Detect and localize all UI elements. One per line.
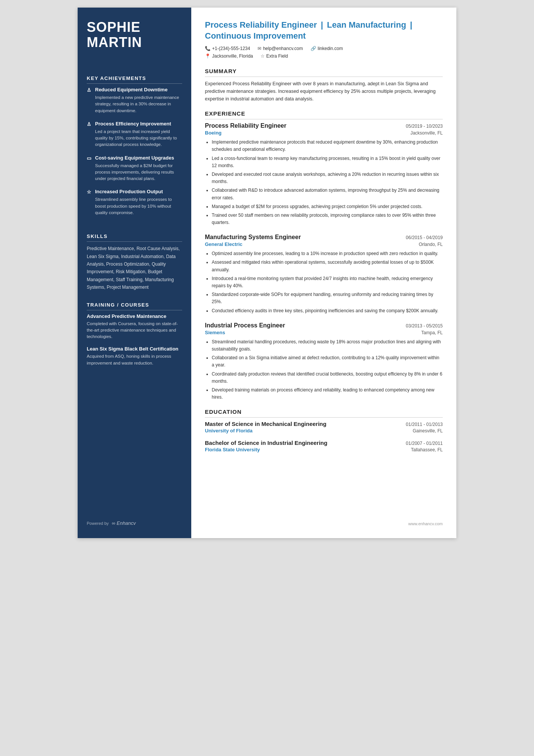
achievement-item: ♙ Process Efficiency Improvement Led a p… (87, 121, 182, 148)
exp-job-title: Process Reliability Engineer (205, 122, 286, 129)
contact-row-2: 📍 Jacksonville, Florida ☆ Extra Field (205, 53, 443, 59)
exp-dates: 05/2019 - 10/2023 (406, 124, 443, 129)
bullet-item: Trained over 50 staff members on new rel… (212, 212, 443, 226)
bullet-item: Optimized assembly line processes, leadi… (212, 250, 443, 257)
candidate-name: SOPHIE MARTIN (87, 20, 182, 50)
main-footer: www.enhancv.com (205, 514, 443, 526)
achievement-desc: Implemented a new predictive maintenance… (87, 94, 182, 114)
achievement-title: ♙ Reduced Equipment Downtime (87, 87, 182, 93)
title-part2: Lean Manufacturing (327, 20, 406, 30)
contact-row-1: 📞 +1-(234)-555-1234 ✉ help@enhancv.com 🔗… (205, 46, 443, 51)
achievement-title: ♙ Process Efficiency Improvement (87, 121, 182, 127)
location-contact: 📍 Jacksonville, Florida (205, 53, 253, 59)
experience-item: Industrial Process Engineer 03/2013 - 05… (205, 322, 443, 401)
training-item: Advanced Predictive Maintenance Complete… (87, 313, 182, 340)
sidebar: SOPHIE MARTIN KEY ACHIEVEMENTS ♙ Reduced… (78, 8, 191, 538)
bullet-item: Collaborated on a Six Sigma initiative a… (212, 354, 443, 369)
training-title: Lean Six Sigma Black Belt Certification (87, 346, 182, 352)
email-contact: ✉ help@enhancv.com (258, 46, 303, 51)
achievement-icon: ☆ (87, 189, 93, 195)
education-section-title: EDUCATION (205, 409, 443, 418)
experience-item: Manufacturing Systems Engineer 06/2015 -… (205, 234, 443, 315)
footer-url: www.enhancv.com (408, 521, 443, 526)
bullet-item: Assessed and mitigated risks within oper… (212, 259, 443, 273)
bullet-item: Developed training materials on process … (212, 387, 443, 401)
exp-location: Tampa, FL (421, 330, 443, 335)
exp-location: Orlando, FL (419, 242, 443, 247)
exp-dates: 06/2015 - 04/2019 (406, 235, 443, 240)
linkedin-value: linkedin.com (318, 46, 343, 51)
name-line2: MARTIN (87, 34, 142, 50)
experience-list: Process Reliability Engineer 05/2019 - 1… (205, 122, 443, 409)
edu-degree: Master of Science in Mechanical Engineer… (205, 421, 326, 427)
exp-job-title: Manufacturing Systems Engineer (205, 234, 301, 241)
edu-dates: 01/2011 - 01/2013 (406, 422, 443, 427)
achievement-item: ♙ Reduced Equipment Downtime Implemented… (87, 87, 182, 114)
edu-school: University of Florida (205, 428, 253, 434)
edu-dates: 01/2007 - 01/2011 (406, 441, 443, 446)
experience-section-title: EXPERIENCE (205, 110, 443, 119)
training-title: Advanced Predictive Maintenance (87, 313, 182, 319)
exp-company: Siemens (205, 330, 225, 335)
location-icon: 📍 (205, 53, 211, 59)
bullet-item: Managed a budget of $2M for process upgr… (212, 203, 443, 210)
achievement-title: ▭ Cost-saving Equipment Upgrades (87, 155, 182, 161)
extra-contact: ☆ Extra Field (261, 53, 288, 59)
exp-dates: 03/2013 - 05/2015 (406, 323, 443, 329)
edu-location: Tallahassee, FL (411, 447, 443, 452)
linkedin-icon: 🔗 (311, 46, 316, 51)
achievement-desc: Led a project team that increased yield … (87, 128, 182, 148)
training-desc: Completed with Coursera, focusing on sta… (87, 321, 182, 340)
powered-by-label: Powered by (87, 521, 109, 526)
experience-item: Process Reliability Engineer 05/2019 - 1… (205, 122, 443, 226)
resume-container: SOPHIE MARTIN KEY ACHIEVEMENTS ♙ Reduced… (78, 8, 456, 538)
star-icon: ☆ (261, 53, 265, 59)
name-line1: SOPHIE (87, 19, 141, 35)
phone-value: +1-(234)-555-1234 (212, 46, 250, 51)
exp-bullets: Implemented predictive maintenance proto… (205, 139, 443, 226)
education-list: Master of Science in Mechanical Engineer… (205, 421, 443, 459)
skills-section-title: SKILLS (87, 233, 182, 242)
main-content: Process Reliability Engineer | Lean Manu… (191, 8, 456, 538)
job-title: Process Reliability Engineer | Lean Manu… (205, 20, 443, 41)
achievement-item: ☆ Increased Production Output Streamline… (87, 189, 182, 216)
extra-value: Extra Field (266, 53, 288, 59)
education-item: Master of Science in Mechanical Engineer… (205, 421, 443, 434)
title-part1: Process Reliability Engineer (205, 20, 317, 30)
bullet-item: Streamlined material handling procedures… (212, 338, 443, 353)
email-icon: ✉ (258, 46, 261, 51)
exp-company: Boeing (205, 130, 222, 136)
achievement-title-text: Process Efficiency Improvement (95, 121, 171, 127)
edu-school: Florida State University (205, 447, 260, 452)
achievement-icon: ▭ (87, 155, 93, 161)
training-item: Lean Six Sigma Black Belt Certification … (87, 346, 182, 366)
phone-contact: 📞 +1-(234)-555-1234 (205, 46, 250, 51)
bullet-item: Developed and executed root cause analys… (212, 171, 443, 185)
achievement-title-text: Reduced Equipment Downtime (95, 87, 167, 92)
achievement-desc: Successfully managed a $2M budget for pr… (87, 163, 182, 182)
sidebar-footer: Powered by ∞ Enhancv (87, 509, 182, 526)
summary-section-title: SUMMARY (205, 68, 443, 77)
achievement-icon: ♙ (87, 87, 93, 93)
location-value: Jacksonville, Florida (212, 53, 253, 59)
summary-text: Experienced Process Reliability Engineer… (205, 80, 443, 103)
email-value: help@enhancv.com (263, 46, 303, 51)
achievement-desc: Streamlined assembly line processes to b… (87, 196, 182, 216)
edu-degree: Bachelor of Science in Industrial Engine… (205, 440, 327, 446)
bullet-item: Implemented predictive maintenance proto… (212, 139, 443, 153)
bullet-item: Collaborated with R&D to introduce advan… (212, 187, 443, 201)
exp-job-title: Industrial Process Engineer (205, 322, 285, 329)
achievement-icon: ♙ (87, 121, 93, 127)
skills-text: Predictive Maintenance, Root Cause Analy… (87, 245, 182, 291)
edu-location: Gainesville, FL (413, 428, 443, 434)
achievement-title-text: Increased Production Output (95, 189, 163, 194)
exp-bullets: Optimized assembly line processes, leadi… (205, 250, 443, 315)
training-list: Advanced Predictive Maintenance Complete… (87, 313, 182, 373)
achievement-title: ☆ Increased Production Output (87, 189, 182, 195)
brand-logo: ∞ Enhancv (112, 520, 136, 526)
bullet-item: Coordinated daily production reviews tha… (212, 371, 443, 385)
bullet-item: Led a cross-functional team to revamp ke… (212, 155, 443, 169)
linkedin-contact: 🔗 linkedin.com (311, 46, 343, 51)
bullet-item: Standardized corporate-wide SOPs for equ… (212, 291, 443, 305)
training-desc: Acquired from ASQ, honing skills in proc… (87, 353, 182, 366)
